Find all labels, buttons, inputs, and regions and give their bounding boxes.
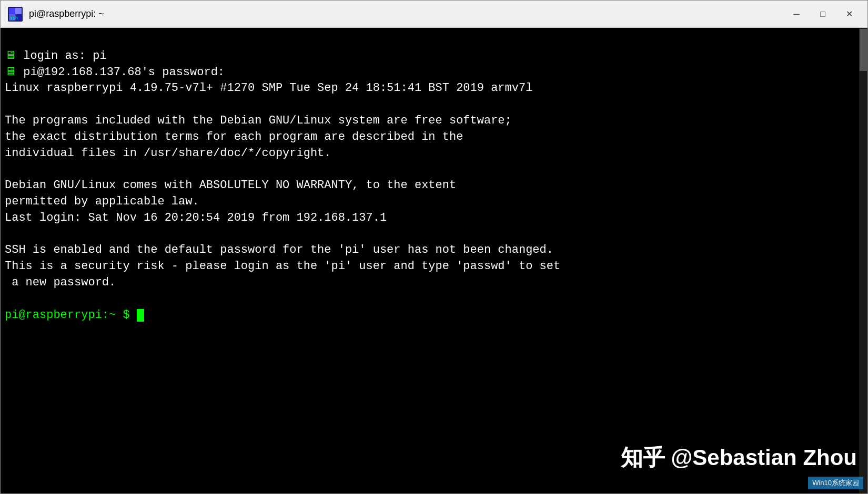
cursor	[137, 309, 144, 322]
scrollbar[interactable]	[859, 28, 867, 493]
prompt: pi@raspberrypi:~ $	[5, 308, 137, 322]
close-button[interactable]: ✕	[837, 5, 861, 23]
svg-text:ssh: ssh	[10, 16, 18, 20]
svg-rect-2	[15, 8, 22, 14]
free-software-line: The programs included with the Debian GN…	[5, 114, 512, 127]
maximize-button[interactable]: □	[811, 5, 835, 23]
watermark: 知乎 @Sebastian Zhou	[621, 443, 857, 472]
putty-icon: _ ssh	[7, 6, 24, 23]
scrollbar-thumb	[860, 29, 867, 71]
terminal-window: _ ssh pi@raspberrypi: ~ ─ □ ✕ 🖥 login as…	[0, 0, 868, 494]
terminal-body[interactable]: 🖥 login as: pi 🖥 pi@192.168.137.68's pas…	[1, 28, 867, 493]
ssh-warning-line3: a new password.	[5, 276, 116, 289]
copyright-line: individual files in /usr/share/doc/*/cop…	[5, 147, 331, 160]
warranty-line: Debian GNU/Linux comes with ABSOLUTELY N…	[5, 179, 456, 192]
login-line: login as: pi	[23, 49, 106, 63]
window-title: pi@raspberrypi: ~	[29, 8, 104, 19]
svg-text:_: _	[10, 8, 14, 15]
last-login-line: Last login: Sat Nov 16 20:20:54 2019 fro…	[5, 211, 387, 224]
kernel-line: Linux raspberrypi 4.19.75-v7l+ #1270 SMP…	[5, 81, 532, 95]
ssh-warning-line1: SSH is enabled and the default password …	[5, 243, 553, 256]
terminal-output: 🖥 login as: pi 🖥 pi@192.168.137.68's pas…	[5, 32, 863, 339]
ssh-warning-line2: This is a security risk - please login a…	[5, 260, 560, 273]
title-bar: _ ssh pi@raspberrypi: ~ ─ □ ✕	[1, 1, 867, 28]
password-line: pi@192.168.137.68's password:	[23, 66, 225, 79]
law-line: permitted by applicable law.	[5, 195, 199, 208]
title-bar-buttons: ─ □ ✕	[784, 5, 861, 23]
title-bar-left: _ ssh pi@raspberrypi: ~	[7, 6, 104, 23]
minimize-button[interactable]: ─	[784, 5, 809, 23]
site-badge: Win10系统家园	[808, 477, 863, 489]
distribution-line: the exact distribution terms for each pr…	[5, 130, 463, 143]
